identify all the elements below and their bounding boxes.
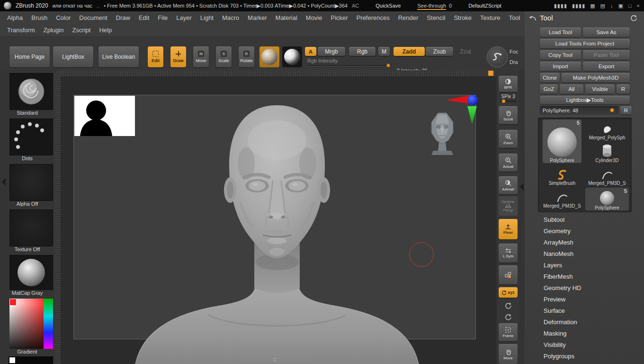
menu-marker[interactable]: Marker (243, 14, 271, 21)
download-icon[interactable]: ↓ (610, 3, 614, 9)
secondary-material-swatch[interactable] (282, 46, 302, 67)
z-rotation-button[interactable] (499, 312, 518, 322)
menu-color[interactable]: Color (52, 14, 75, 21)
menu-macro[interactable]: Macro (218, 14, 243, 21)
menu-document[interactable]: Document (75, 14, 111, 21)
tool-thumbnail[interactable]: Merged_PolySph (585, 119, 629, 140)
scroll-dashes[interactable] (241, 358, 271, 361)
current-material-swatch[interactable] (259, 46, 279, 67)
aahalf-button[interactable]: AAHalf (499, 176, 518, 194)
move-mode-button[interactable]: M Move (193, 46, 209, 67)
section-subtool[interactable]: Subtool (525, 214, 644, 226)
zscript-button[interactable]: DefaultZScript (468, 3, 501, 9)
rotate-mode-button[interactable]: R Rotate (239, 46, 254, 67)
menu-movie[interactable]: Movie (302, 14, 327, 21)
bottom-scrollbar[interactable] (241, 357, 312, 362)
window-icon[interactable]: □ (628, 3, 632, 9)
mrgb-button[interactable]: Mrgb (318, 47, 345, 56)
tool-thumbnail[interactable]: SimpleBrush (543, 165, 581, 186)
current-color-swatch[interactable] (9, 299, 17, 306)
persp-button[interactable]: Dynamic Persp (499, 196, 518, 216)
lightbox-tools-button[interactable]: Lightbox▶Tools (540, 96, 630, 104)
menu-tool[interactable]: Tool (505, 14, 525, 21)
canvas-top-gutter[interactable] (61, 70, 496, 76)
frame-button[interactable]: Frame (499, 323, 518, 341)
export-button[interactable]: Export (583, 62, 630, 71)
grid-icon[interactable]: ▣ (618, 3, 624, 9)
slider-r-button[interactable]: R (620, 106, 632, 115)
menu-stencil[interactable]: Stencil (422, 14, 449, 21)
zadd-button[interactable]: Zadd (394, 47, 425, 56)
rgb-button[interactable]: Rgb (349, 47, 376, 56)
menu-draw[interactable]: Draw (112, 14, 134, 21)
actual-button[interactable]: Actual (499, 154, 518, 172)
local-symmetry-button[interactable]: L.Sym (499, 244, 518, 263)
menu-alpha[interactable]: Alpha (3, 14, 27, 21)
goz-all-button[interactable]: All (560, 84, 583, 94)
switch-color-widget[interactable] (9, 356, 53, 364)
goz-button[interactable]: GoZ (540, 84, 558, 94)
current-brush-thumbnail[interactable] (9, 73, 53, 110)
menu-zplugin[interactable]: Zplugin (39, 27, 68, 34)
tool-thumbnail[interactable]: Merged_PM3D_S (543, 188, 581, 209)
canvas-left-gutter[interactable] (54, 70, 61, 364)
lightbox-button[interactable]: LightBox (53, 46, 93, 67)
menu-zscript[interactable]: Zscript (68, 27, 95, 34)
section-arraymesh[interactable]: ArrayMesh (525, 237, 644, 248)
slider-handle[interactable] (502, 100, 505, 103)
current-stroke-thumbnail[interactable] (9, 118, 53, 155)
menu-edit[interactable]: Edit (134, 14, 153, 21)
texture-thumbnail[interactable] (9, 209, 53, 246)
edit-mode-button[interactable]: Edit (148, 46, 163, 67)
tray-collapse-arrow-icon[interactable] (1, 178, 6, 186)
menu-preferences[interactable]: Preferences (352, 14, 394, 21)
menu-file[interactable]: File (153, 14, 172, 21)
zsub-button[interactable]: Zsub (426, 47, 453, 56)
dock-handle[interactable] (488, 71, 493, 76)
canvas-move-button[interactable]: Move (499, 344, 518, 364)
quicksave-button[interactable]: QuickSave (376, 3, 401, 9)
paste-tool-button[interactable]: Paste Tool (583, 50, 630, 60)
copy-tool-button[interactable]: Copy Tool (540, 50, 581, 60)
save-as-button[interactable]: Save As (583, 27, 630, 37)
current-stroke-button[interactable] (487, 46, 508, 67)
menu-help[interactable]: Help (95, 27, 116, 34)
panel-icon[interactable]: ▤ (600, 3, 606, 9)
menu-brush[interactable]: Brush (27, 14, 52, 21)
color-picker[interactable] (9, 299, 53, 349)
scroll-button[interactable]: Scroll (499, 106, 518, 124)
menu-transform[interactable]: Transform (3, 27, 39, 34)
goz-visible-button[interactable]: Visible (585, 84, 615, 94)
make-polymesh3d-button[interactable]: Make PolyMesh3D (562, 73, 630, 82)
tool-thumbnail[interactable]: Cylinder3D (585, 140, 629, 163)
spix-slider[interactable] (500, 100, 516, 102)
draw-mode-button[interactable]: Draw (170, 46, 186, 67)
section-fibermesh[interactable]: FiberMesh (525, 271, 644, 282)
menu-layer[interactable]: Layer (172, 14, 196, 21)
section-geometry[interactable]: Geometry (525, 226, 644, 237)
section-visibility[interactable]: Visibility (525, 339, 644, 351)
menu-stroke[interactable]: Stroke (449, 14, 476, 21)
xyz-rotation-button[interactable]: xyz (499, 287, 518, 298)
import-button[interactable]: Import (540, 62, 581, 71)
hue-strip[interactable] (44, 299, 53, 349)
m-channel-button[interactable]: M (378, 47, 390, 56)
section-layers[interactable]: Layers (525, 260, 644, 271)
menu-render[interactable]: Render (394, 14, 423, 21)
y-rotation-button[interactable] (499, 300, 518, 311)
axis-gizmo[interactable] (445, 93, 492, 127)
panel-collapse-arrow-icon[interactable] (519, 183, 524, 191)
zcut-button[interactable]: Zcut (456, 47, 475, 56)
keyboard-icon[interactable]: ▦ (590, 3, 595, 9)
tool-thumbnail-selected[interactable]: 5 PolySphere (543, 119, 581, 163)
slider-handle[interactable] (610, 108, 614, 112)
goz-r-button[interactable]: R (617, 84, 630, 94)
back-arrow-icon[interactable] (528, 14, 537, 22)
secondary-color-swatch[interactable] (9, 357, 15, 363)
bpr-button[interactable]: BPR (499, 76, 518, 92)
menu-material[interactable]: Material (271, 14, 302, 21)
material-thumbnail[interactable] (9, 255, 53, 290)
section-polygroups[interactable]: Polygroups (525, 351, 644, 362)
tool-thumbnail[interactable]: Merged_PM3D_S (585, 165, 629, 186)
slider-handle[interactable] (386, 64, 390, 67)
